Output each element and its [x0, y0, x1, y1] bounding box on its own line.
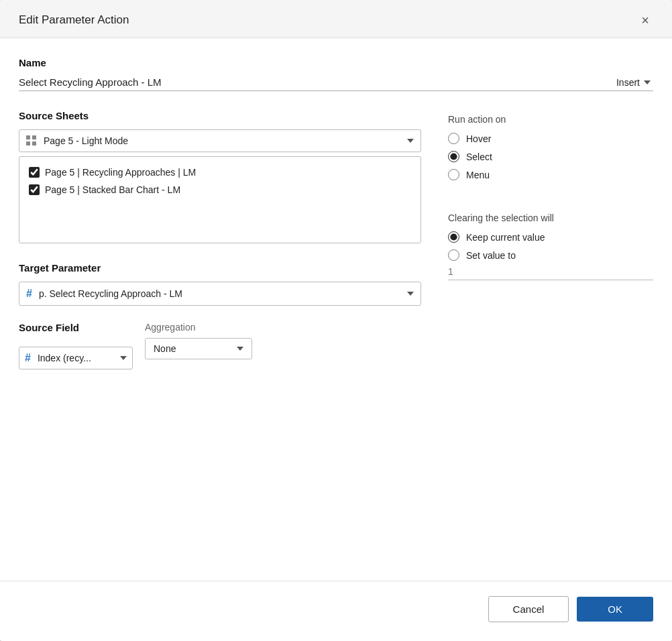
- target-parameter-section: Target Parameter # p. Select Recycling A…: [19, 262, 421, 306]
- bottom-left-sections: Target Parameter # p. Select Recycling A…: [19, 262, 421, 369]
- clearing-set-label: Set value to: [466, 250, 516, 261]
- run-action-select-label: Select: [466, 152, 492, 162]
- clearing-section: Clearing the selection will Keep current…: [448, 213, 653, 280]
- source-field-dropdown[interactable]: # Index (recy...: [19, 347, 133, 369]
- run-action-menu[interactable]: Menu: [448, 169, 653, 180]
- sheet-checkbox-1[interactable]: [29, 167, 40, 178]
- right-panel: Run action on Hover Select Menu: [448, 110, 653, 369]
- run-action-hover-label: Hover: [466, 133, 491, 144]
- run-action-menu-label: Menu: [466, 170, 490, 180]
- set-value-input[interactable]: [448, 264, 653, 280]
- insert-arrow-icon: [644, 80, 651, 84]
- insert-button[interactable]: Insert: [614, 77, 653, 88]
- name-input[interactable]: [19, 76, 614, 88]
- name-label: Name: [19, 57, 653, 68]
- run-action-select[interactable]: Select: [448, 151, 653, 162]
- source-field-label: Source Field: [19, 322, 133, 333]
- aggregation-group: Aggregation None: [145, 322, 252, 359]
- edit-parameter-action-dialog: Edit Parameter Action × Name Insert Sour…: [0, 0, 672, 641]
- dialog-body: Name Insert Source Sheets: [0, 38, 672, 559]
- name-row: Insert: [19, 76, 653, 91]
- main-content: Source Sheets Page 5 - Light Mode Page 5…: [19, 110, 653, 369]
- insert-label: Insert: [616, 77, 640, 88]
- clearing-keep-label: Keep current value: [466, 232, 545, 243]
- target-parameter-text: p. Select Recycling Approach - LM: [39, 288, 407, 299]
- aggregation-dropdown[interactable]: None: [145, 338, 252, 359]
- dialog-header: Edit Parameter Action ×: [0, 0, 672, 38]
- run-action-hover-radio[interactable]: [448, 133, 459, 144]
- dialog-footer: Cancel OK: [0, 581, 672, 641]
- source-field-text: Index (recy...: [38, 353, 116, 363]
- left-panel: Source Sheets Page 5 - Light Mode Page 5…: [19, 110, 421, 369]
- run-action-select-radio[interactable]: [448, 151, 459, 162]
- aggregation-arrow-icon: [237, 347, 243, 351]
- run-action-radio-group: Hover Select Menu: [448, 133, 653, 180]
- source-field-hash-icon: #: [25, 352, 31, 364]
- clearing-radio-group: Keep current value Set value to: [448, 231, 653, 261]
- target-parameter-label: Target Parameter: [19, 262, 421, 274]
- close-button[interactable]: ×: [637, 12, 653, 28]
- sheet-label-2: Page 5 | Stacked Bar Chart - LM: [45, 184, 180, 195]
- run-action-section: Run action on Hover Select Menu: [448, 114, 653, 180]
- sheet-checkbox-2[interactable]: [29, 184, 40, 195]
- clearing-set[interactable]: Set value to: [448, 249, 653, 261]
- sheets-list: Page 5 | Recycling Approaches | LM Page …: [19, 156, 421, 243]
- name-section: Name Insert: [19, 57, 653, 91]
- aggregation-text: None: [154, 343, 237, 354]
- run-action-menu-radio[interactable]: [448, 169, 459, 180]
- source-field-group: Source Field # Index (recy...: [19, 322, 133, 369]
- cancel-button[interactable]: Cancel: [488, 596, 569, 622]
- source-sheets-section: Source Sheets Page 5 - Light Mode Page 5…: [19, 110, 421, 243]
- clearing-label: Clearing the selection will: [448, 213, 653, 223]
- clearing-set-radio[interactable]: [448, 249, 459, 261]
- grid-icon: [26, 135, 37, 146]
- sheets-dropdown-arrow-icon: [407, 139, 414, 143]
- clearing-keep-radio[interactable]: [448, 231, 459, 243]
- source-field-arrow-icon: [120, 356, 127, 360]
- target-parameter-arrow-icon: [407, 292, 414, 296]
- dialog-title: Edit Parameter Action: [19, 13, 129, 27]
- run-action-label: Run action on: [448, 114, 653, 125]
- run-action-hover[interactable]: Hover: [448, 133, 653, 144]
- sheet-label-1: Page 5 | Recycling Approaches | LM: [45, 167, 196, 178]
- hash-icon: #: [26, 288, 32, 300]
- clearing-keep[interactable]: Keep current value: [448, 231, 653, 243]
- sheet-item-2: Page 5 | Stacked Bar Chart - LM: [29, 181, 411, 198]
- ok-button[interactable]: OK: [577, 597, 653, 622]
- aggregation-label: Aggregation: [145, 322, 252, 333]
- source-field-section: Source Field # Index (recy... Aggregatio…: [19, 322, 421, 369]
- source-sheets-label: Source Sheets: [19, 110, 421, 121]
- sheet-item-1: Page 5 | Recycling Approaches | LM: [29, 164, 411, 181]
- sheets-dropdown-text: Page 5 - Light Mode: [44, 135, 407, 146]
- target-parameter-dropdown[interactable]: # p. Select Recycling Approach - LM: [19, 282, 421, 306]
- sheets-dropdown[interactable]: Page 5 - Light Mode: [19, 129, 421, 152]
